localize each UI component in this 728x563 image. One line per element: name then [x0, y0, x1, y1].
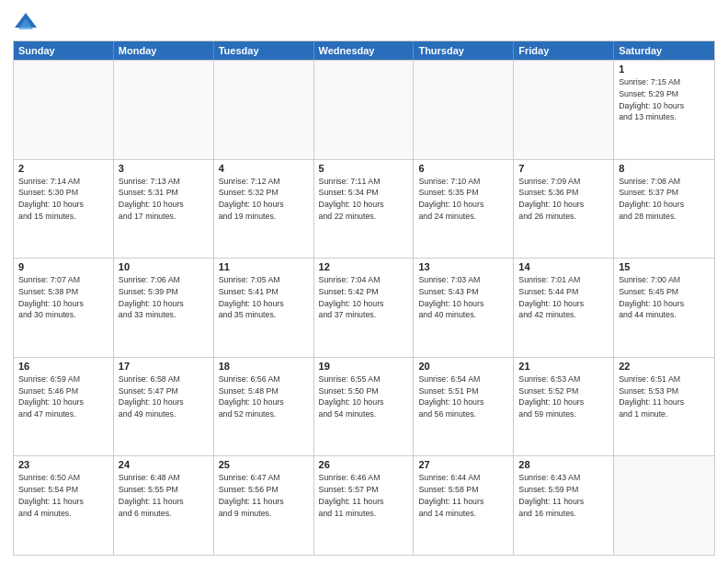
cal-header-cell-saturday: Saturday	[614, 41, 714, 60]
cell-info: Sunrise: 7:07 AM Sunset: 5:38 PM Dayligh…	[18, 274, 108, 321]
cell-info: Sunrise: 6:44 AM Sunset: 5:58 PM Dayligh…	[418, 472, 508, 519]
logo	[13, 9, 42, 35]
day-number: 8	[619, 163, 710, 174]
cal-cell	[614, 456, 714, 555]
cal-cell	[314, 61, 415, 159]
day-number: 12	[319, 261, 409, 272]
cal-header-cell-monday: Monday	[114, 41, 214, 60]
cal-header-cell-tuesday: Tuesday	[214, 41, 314, 60]
cal-cell: 16Sunrise: 6:59 AM Sunset: 5:46 PM Dayli…	[14, 358, 114, 456]
cal-cell: 8Sunrise: 7:08 AM Sunset: 5:37 PM Daylig…	[614, 160, 714, 259]
cal-week-3: 9Sunrise: 7:07 AM Sunset: 5:38 PM Daylig…	[14, 258, 714, 357]
day-number: 5	[319, 163, 409, 174]
cell-info: Sunrise: 7:06 AM Sunset: 5:39 PM Dayligh…	[119, 274, 209, 321]
cal-cell: 5Sunrise: 7:11 AM Sunset: 5:34 PM Daylig…	[314, 160, 415, 259]
cell-info: Sunrise: 6:47 AM Sunset: 5:56 PM Dayligh…	[219, 472, 309, 519]
day-number: 6	[418, 163, 508, 174]
cell-info: Sunrise: 7:13 AM Sunset: 5:31 PM Dayligh…	[119, 176, 209, 223]
logo-icon	[13, 9, 39, 35]
header	[13, 9, 715, 35]
cell-info: Sunrise: 7:10 AM Sunset: 5:35 PM Dayligh…	[418, 176, 508, 223]
day-number: 3	[119, 163, 209, 174]
cal-cell	[414, 61, 514, 159]
calendar-header-row: SundayMondayTuesdayWednesdayThursdayFrid…	[14, 41, 714, 60]
cell-info: Sunrise: 6:46 AM Sunset: 5:57 PM Dayligh…	[319, 472, 409, 519]
cell-info: Sunrise: 6:51 AM Sunset: 5:53 PM Dayligh…	[619, 373, 710, 420]
cell-info: Sunrise: 7:11 AM Sunset: 5:34 PM Dayligh…	[319, 176, 409, 223]
day-number: 1	[619, 63, 710, 75]
cell-info: Sunrise: 7:01 AM Sunset: 5:44 PM Dayligh…	[518, 274, 609, 321]
cal-cell: 17Sunrise: 6:58 AM Sunset: 5:47 PM Dayli…	[114, 358, 214, 456]
day-number: 2	[18, 163, 108, 174]
cell-info: Sunrise: 6:43 AM Sunset: 5:59 PM Dayligh…	[518, 472, 609, 519]
cal-cell	[214, 61, 314, 159]
cal-cell: 19Sunrise: 6:55 AM Sunset: 5:50 PM Dayli…	[314, 358, 415, 456]
cell-info: Sunrise: 6:58 AM Sunset: 5:47 PM Dayligh…	[119, 373, 209, 420]
cal-week-2: 2Sunrise: 7:14 AM Sunset: 5:30 PM Daylig…	[14, 159, 714, 259]
day-number: 13	[418, 261, 508, 272]
cal-cell: 2Sunrise: 7:14 AM Sunset: 5:30 PM Daylig…	[14, 160, 114, 259]
day-number: 25	[219, 459, 309, 470]
day-number: 4	[219, 163, 309, 174]
cell-info: Sunrise: 7:05 AM Sunset: 5:41 PM Dayligh…	[219, 274, 309, 321]
day-number: 16	[18, 361, 108, 372]
cal-cell: 9Sunrise: 7:07 AM Sunset: 5:38 PM Daylig…	[14, 259, 114, 357]
cal-header-cell-wednesday: Wednesday	[314, 41, 415, 60]
cal-cell	[114, 61, 214, 159]
cell-info: Sunrise: 7:08 AM Sunset: 5:37 PM Dayligh…	[619, 176, 710, 223]
cal-cell: 12Sunrise: 7:04 AM Sunset: 5:42 PM Dayli…	[314, 259, 415, 357]
cell-info: Sunrise: 7:09 AM Sunset: 5:36 PM Dayligh…	[518, 176, 609, 223]
cal-cell: 26Sunrise: 6:46 AM Sunset: 5:57 PM Dayli…	[314, 456, 415, 555]
cell-info: Sunrise: 7:15 AM Sunset: 5:29 PM Dayligh…	[619, 76, 710, 123]
day-number: 22	[619, 361, 710, 372]
day-number: 9	[18, 261, 108, 272]
page: SundayMondayTuesdayWednesdayThursdayFrid…	[0, 0, 728, 563]
cal-cell: 10Sunrise: 7:06 AM Sunset: 5:39 PM Dayli…	[114, 259, 214, 357]
cal-cell: 22Sunrise: 6:51 AM Sunset: 5:53 PM Dayli…	[614, 358, 714, 456]
cell-info: Sunrise: 6:56 AM Sunset: 5:48 PM Dayligh…	[219, 373, 309, 420]
cal-cell: 6Sunrise: 7:10 AM Sunset: 5:35 PM Daylig…	[414, 160, 514, 259]
day-number: 21	[518, 361, 609, 372]
cal-cell: 14Sunrise: 7:01 AM Sunset: 5:44 PM Dayli…	[514, 259, 614, 357]
cal-cell: 11Sunrise: 7:05 AM Sunset: 5:41 PM Dayli…	[214, 259, 314, 357]
cell-info: Sunrise: 7:14 AM Sunset: 5:30 PM Dayligh…	[18, 176, 108, 223]
calendar-body: 1Sunrise: 7:15 AM Sunset: 5:29 PM Daylig…	[14, 60, 714, 555]
cal-cell: 28Sunrise: 6:43 AM Sunset: 5:59 PM Dayli…	[514, 456, 614, 555]
cal-week-4: 16Sunrise: 6:59 AM Sunset: 5:46 PM Dayli…	[14, 357, 714, 456]
cal-cell: 23Sunrise: 6:50 AM Sunset: 5:54 PM Dayli…	[14, 456, 114, 555]
day-number: 23	[18, 459, 108, 470]
day-number: 28	[518, 459, 609, 470]
cal-cell	[514, 61, 614, 159]
cell-info: Sunrise: 6:55 AM Sunset: 5:50 PM Dayligh…	[319, 373, 409, 420]
cal-cell: 7Sunrise: 7:09 AM Sunset: 5:36 PM Daylig…	[514, 160, 614, 259]
day-number: 18	[219, 361, 309, 372]
cal-cell: 3Sunrise: 7:13 AM Sunset: 5:31 PM Daylig…	[114, 160, 214, 259]
cal-header-cell-sunday: Sunday	[14, 41, 114, 60]
cell-info: Sunrise: 6:53 AM Sunset: 5:52 PM Dayligh…	[518, 373, 609, 420]
cal-cell: 27Sunrise: 6:44 AM Sunset: 5:58 PM Dayli…	[414, 456, 514, 555]
day-number: 24	[119, 459, 209, 470]
cal-cell	[14, 61, 114, 159]
calendar: SundayMondayTuesdayWednesdayThursdayFrid…	[13, 40, 715, 556]
cal-cell: 1Sunrise: 7:15 AM Sunset: 5:29 PM Daylig…	[614, 61, 714, 159]
cell-info: Sunrise: 7:00 AM Sunset: 5:45 PM Dayligh…	[619, 274, 710, 321]
cell-info: Sunrise: 7:12 AM Sunset: 5:32 PM Dayligh…	[219, 176, 309, 223]
cell-info: Sunrise: 6:50 AM Sunset: 5:54 PM Dayligh…	[18, 472, 108, 519]
day-number: 7	[518, 163, 609, 174]
day-number: 10	[119, 261, 209, 272]
cell-info: Sunrise: 6:48 AM Sunset: 5:55 PM Dayligh…	[119, 472, 209, 519]
cell-info: Sunrise: 6:59 AM Sunset: 5:46 PM Dayligh…	[18, 373, 108, 420]
day-number: 17	[119, 361, 209, 372]
day-number: 11	[219, 261, 309, 272]
cell-info: Sunrise: 6:54 AM Sunset: 5:51 PM Dayligh…	[418, 373, 508, 420]
day-number: 14	[518, 261, 609, 272]
cal-cell: 20Sunrise: 6:54 AM Sunset: 5:51 PM Dayli…	[414, 358, 514, 456]
cal-week-5: 23Sunrise: 6:50 AM Sunset: 5:54 PM Dayli…	[14, 455, 714, 555]
day-number: 27	[418, 459, 508, 470]
day-number: 20	[418, 361, 508, 372]
cal-cell: 13Sunrise: 7:03 AM Sunset: 5:43 PM Dayli…	[414, 259, 514, 357]
cal-header-cell-friday: Friday	[514, 41, 614, 60]
cal-cell: 18Sunrise: 6:56 AM Sunset: 5:48 PM Dayli…	[214, 358, 314, 456]
day-number: 26	[319, 459, 409, 470]
cal-cell: 21Sunrise: 6:53 AM Sunset: 5:52 PM Dayli…	[514, 358, 614, 456]
